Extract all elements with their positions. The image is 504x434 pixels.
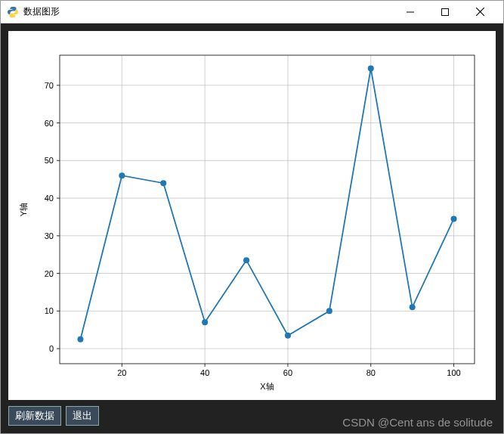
svg-text:50: 50 (45, 156, 54, 165)
python-icon (7, 6, 19, 18)
svg-point-53 (368, 65, 374, 71)
maximize-button[interactable] (428, 1, 462, 23)
line-chart: 20406080100010203040506070X轴Y轴 (8, 31, 496, 400)
svg-point-47 (119, 172, 125, 178)
close-button[interactable] (462, 1, 497, 23)
svg-text:20: 20 (117, 368, 126, 377)
svg-point-46 (77, 336, 83, 343)
svg-point-54 (410, 304, 416, 310)
exit-button[interactable]: 退出 (66, 406, 99, 426)
svg-point-48 (160, 180, 166, 186)
svg-text:40: 40 (45, 194, 54, 203)
svg-text:40: 40 (200, 368, 209, 377)
content-area: 20406080100010203040506070X轴Y轴 刷新数据 退出 C… (1, 23, 503, 433)
svg-text:20: 20 (45, 269, 54, 278)
svg-point-55 (451, 215, 457, 222)
svg-text:60: 60 (45, 119, 54, 128)
window-title: 数据图形 (23, 5, 393, 18)
minimize-button[interactable] (393, 1, 428, 23)
svg-point-52 (326, 308, 332, 314)
svg-point-50 (243, 257, 249, 263)
app-window: 数据图形 20406080100010203040506070X轴Y轴 刷新数据… (0, 0, 504, 434)
window-controls (393, 1, 497, 23)
svg-text:70: 70 (45, 81, 54, 90)
svg-text:10: 10 (45, 306, 54, 315)
titlebar: 数据图形 (1, 1, 503, 23)
svg-text:0: 0 (49, 344, 54, 353)
svg-text:100: 100 (447, 368, 460, 377)
button-row: 刷新数据 退出 (8, 406, 496, 426)
svg-text:30: 30 (45, 231, 54, 240)
svg-point-49 (202, 319, 208, 325)
chart-container: 20406080100010203040506070X轴Y轴 (8, 31, 496, 400)
svg-text:80: 80 (366, 368, 376, 377)
svg-text:X轴: X轴 (260, 382, 274, 391)
svg-rect-1 (442, 8, 449, 15)
svg-text:60: 60 (283, 368, 292, 377)
svg-text:Y轴: Y轴 (19, 203, 28, 216)
svg-point-51 (285, 333, 291, 339)
refresh-button[interactable]: 刷新数据 (8, 406, 61, 426)
